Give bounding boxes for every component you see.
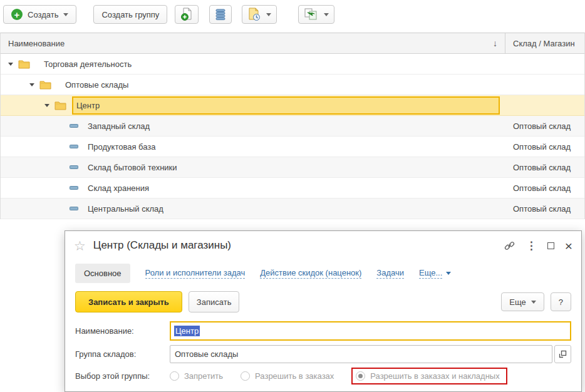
chevron-down-icon [531, 301, 536, 304]
history-button[interactable] [242, 5, 277, 24]
more-menu-icon[interactable]: ⋮ [526, 239, 537, 252]
favorite-star-icon[interactable]: ☆ [74, 239, 86, 252]
warehouse-type-cell: Оптовый склад [505, 199, 585, 219]
dialog-tabs: Основное Роли и исполнители задач Действ… [65, 260, 581, 286]
chevron-down-icon [63, 13, 68, 16]
table-row-selected[interactable]: Центр [1, 95, 584, 116]
warehouse-type-cell [505, 95, 585, 115]
table-row[interactable]: Центральный склад Оптовый склад [1, 199, 584, 219]
maximize-icon[interactable] [547, 242, 554, 249]
table-row[interactable]: Оптовые склады [1, 75, 584, 95]
tree-item-label: Склад бытовой техники [88, 163, 177, 172]
new-item-button[interactable] [175, 5, 199, 24]
dialog-command-bar: Записать и закрыть Записать Еще ? [65, 286, 581, 319]
chevron-down-icon [324, 13, 329, 16]
close-icon[interactable]: × [565, 239, 572, 252]
radio-allow-orders-invoices-label: Разрешить в заказах и накладных [370, 371, 499, 381]
tab-more-label: Еще... [419, 268, 442, 279]
annotation-highlight-box: Разрешить в заказах и накладных [351, 368, 507, 384]
element-icon [70, 165, 78, 169]
tree-item-label: Западный склад [88, 121, 150, 131]
create-group-button-label: Создать группу [101, 10, 159, 19]
radio-icon [241, 371, 250, 381]
radio-forbid[interactable]: Запретить [170, 371, 223, 381]
save-and-close-button[interactable]: Записать и закрыть [75, 291, 182, 312]
warehouse-type-cell: Оптовый склад [505, 116, 585, 136]
element-icon [70, 124, 78, 128]
tree-item-label: Склад хранения [88, 183, 149, 193]
app-window: + Создать Создать группу [0, 0, 585, 392]
link-icon[interactable] [504, 240, 515, 252]
radio-forbid-label: Запретить [184, 371, 223, 381]
create-button-label: Создать [28, 10, 58, 19]
tab-more[interactable]: Еще... [419, 268, 451, 279]
plus-icon: + [11, 9, 23, 20]
tab-discounts[interactable]: Действие скидок (наценок) [260, 268, 361, 279]
sort-descending-icon: ↓ [493, 38, 497, 48]
radio-checked-icon [356, 371, 365, 381]
group-input[interactable]: Оптовые склады [170, 345, 552, 363]
element-icon [70, 207, 78, 210]
column-header-name-label: Наименование [8, 39, 65, 48]
name-input-selected-text: Центр [174, 326, 200, 336]
table-row[interactable]: Склад бытовой техники Оптовый склад [1, 157, 584, 178]
folder-icon [39, 80, 51, 90]
column-header-warehouse-label: Склад / Магазин [513, 39, 575, 48]
tree-item-label: Центральный склад [88, 204, 163, 214]
radio-allow-orders-invoices[interactable]: Разрешить в заказах и накладных [356, 371, 499, 381]
column-header-name[interactable]: Наименование ↓ [1, 33, 505, 53]
warehouse-type-cell: Оптовый склад [505, 137, 585, 157]
warehouse-type-cell [505, 54, 585, 74]
tree-item-label: Продуктовая база [88, 142, 156, 152]
tree-item-label: Оптовые склады [65, 80, 128, 90]
dialog-form: Наименование: Центр Группа складов: Опто… [65, 319, 581, 391]
toolbar: + Создать Создать группу [0, 0, 585, 29]
chevron-down-icon [266, 13, 271, 16]
element-icon [70, 145, 78, 148]
list-icon [215, 8, 226, 21]
more-button-label: Еще [509, 297, 525, 307]
element-icon [70, 186, 78, 190]
group-field-label: Группа складов: [75, 349, 170, 359]
table-row[interactable]: Торговая деятельность [1, 54, 584, 75]
dialog-titlebar: ☆ Центр (Склады и магазины) ⋮ × [65, 231, 581, 260]
create-group-button[interactable]: Создать группу [93, 5, 167, 24]
radio-allow-orders-label: Разрешить в заказах [255, 371, 334, 381]
warehouse-type-cell [505, 75, 585, 95]
table-row[interactable]: Продуктовая база Оптовый склад [1, 137, 584, 157]
radio-icon [170, 371, 179, 381]
history-icon [247, 8, 261, 21]
transfer-button[interactable] [298, 5, 334, 24]
radio-allow-orders[interactable]: Разрешить в заказах [241, 371, 334, 381]
tab-tasks[interactable]: Задачи [376, 268, 404, 279]
folder-icon [18, 59, 30, 69]
list-settings-button[interactable] [209, 5, 232, 24]
open-group-button[interactable] [554, 345, 571, 363]
tab-main[interactable]: Основное [75, 264, 130, 283]
tab-roles[interactable]: Роли и исполнители задач [145, 268, 246, 279]
expander-icon[interactable] [29, 83, 34, 86]
name-input[interactable]: Центр [170, 321, 571, 341]
help-button[interactable]: ? [551, 292, 571, 311]
expander-icon[interactable] [8, 63, 13, 66]
choice-group-label: Выбор этой группы: [75, 371, 170, 381]
expander-icon[interactable] [44, 104, 49, 107]
chevron-down-icon [446, 272, 451, 275]
tree-item-label: Центр [76, 101, 100, 110]
selected-cell[interactable]: Центр [72, 96, 500, 115]
tree-item-label: Торговая деятельность [44, 59, 132, 69]
folder-icon [54, 101, 66, 110]
warehouse-list: Наименование ↓ Склад / Магазин Торговая … [0, 33, 585, 219]
create-button[interactable]: + Создать [3, 5, 76, 24]
transfer-documents-icon [304, 8, 319, 21]
group-input-value: Оптовые склады [175, 349, 238, 359]
dialog-title: Центр (Склады и магазины) [93, 239, 231, 252]
save-button[interactable]: Записать [189, 291, 240, 312]
warehouse-group-dialog: ☆ Центр (Склады и магазины) ⋮ × Основное… [65, 230, 582, 392]
column-header-warehouse[interactable]: Склад / Магазин [505, 33, 585, 53]
new-document-icon [180, 8, 193, 21]
choice-radio-group: Запретить Разрешить в заказах Разрешить … [170, 368, 507, 384]
table-row[interactable]: Склад хранения Оптовый склад [1, 178, 584, 199]
more-button[interactable]: Еще [501, 292, 544, 311]
table-row[interactable]: Западный склад Оптовый склад [1, 116, 584, 137]
